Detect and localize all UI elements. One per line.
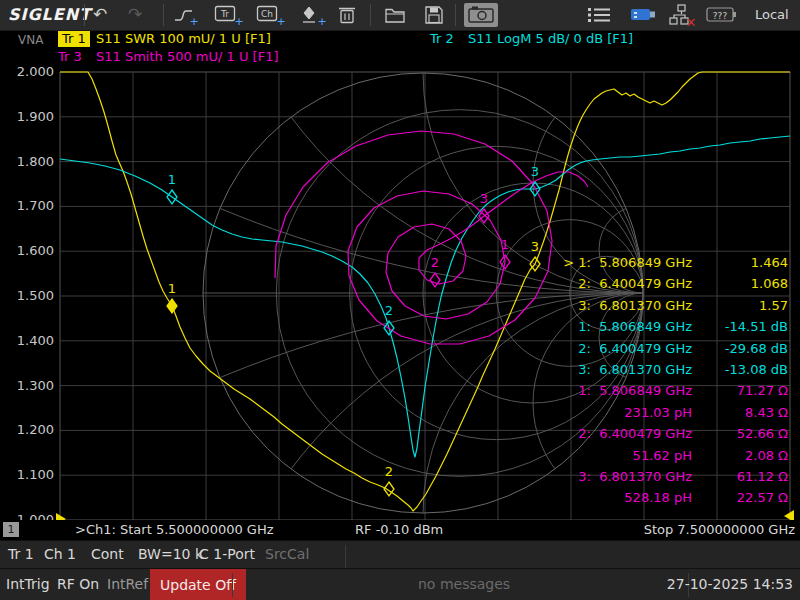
trace-tr3	[275, 131, 588, 344]
y-tick-label: 1.500	[0, 288, 54, 303]
status-separator	[345, 545, 346, 569]
trace-markers: 123123123	[167, 164, 540, 496]
y-tick-label: 2.000	[0, 64, 54, 79]
sweep-start-label[interactable]: >Ch1: Start 5.500000000 GHz	[75, 522, 274, 537]
status-bandwidth[interactable]: BW=10 k	[138, 546, 203, 562]
status-separator	[232, 573, 233, 597]
marker-table-row: 528.18 pH22.57 Ω	[560, 487, 788, 508]
marker-table-value: 2.08 Ω	[692, 445, 788, 466]
marker-table-row: 3: 6.801370 GHz1.57	[560, 295, 788, 316]
y-tick-label: 1.100	[0, 467, 54, 482]
marker-table-freq: > 1: 5.806849 GHz	[560, 252, 692, 273]
marker-table-freq: 231.03 pH	[560, 402, 692, 423]
rf-power-label: RF -0.10 dBm	[355, 522, 443, 537]
marker-table-freq: 1: 5.806849 GHz	[560, 380, 692, 401]
message-area: no messages	[418, 576, 510, 592]
marker-number-label: 3	[531, 239, 539, 254]
status-channel[interactable]: Ch 1	[44, 546, 76, 562]
marker-table-row: 2: 6.400479 GHz1.068	[560, 273, 788, 294]
marker-table-value: 71.27 Ω	[692, 380, 788, 401]
status-trace[interactable]: Tr 1	[8, 546, 34, 562]
status-bar-measure: Tr 1 Ch 1 Cont BW=10 k C 1-Port SrcCal	[0, 540, 800, 569]
y-tick-label: 1.800	[0, 154, 54, 169]
marker-table-row: 3: 6.801370 GHz61.12 Ω	[560, 466, 788, 487]
marker-table-freq: 1: 5.806849 GHz	[560, 316, 692, 337]
marker-table-row: 51.62 pH2.08 Ω	[560, 445, 788, 466]
y-tick-label: 1.200	[0, 422, 54, 437]
marker-readout-table: > 1: 5.806849 GHz1.4642: 6.400479 GHz1.0…	[560, 252, 788, 509]
marker-table-row: 2: 6.400479 GHz52.66 Ω	[560, 423, 788, 444]
tr1-format-label[interactable]: S11 SWR 100 mU/ 1 U [F1]	[96, 31, 271, 46]
tr2-badge[interactable]: Tr 2	[430, 31, 454, 46]
tr2-format-label[interactable]: S11 LogM 5 dB/ 0 dB [F1]	[468, 31, 633, 46]
marker-table-row: 231.03 pH8.43 Ω	[560, 402, 788, 423]
status-trigger[interactable]: IntTrig	[6, 576, 50, 592]
marker-table-row: 1: 5.806849 GHz-14.51 dB	[560, 316, 788, 337]
marker-number-label: 2	[431, 255, 439, 270]
status-rf[interactable]: RF On	[57, 576, 99, 592]
trace-header-row2: Tr 3 S11 Smith 500 mU/ 1 U [F1]	[0, 49, 800, 67]
tr3-format-label[interactable]: S11 Smith 500 mU/ 1 U [F1]	[96, 49, 279, 64]
marker-table-freq: 51.62 pH	[560, 445, 692, 466]
y-tick-label: 1.900	[0, 109, 54, 124]
y-tick-label: 1.700	[0, 198, 54, 213]
status-bar-system: IntTrig RF On IntRef Update Off no messa…	[0, 568, 800, 600]
marker-table-value: 8.43 Ω	[692, 402, 788, 423]
sweep-stop-label: Stop 7.500000000 GHz	[644, 522, 795, 537]
marker-number-label: 3	[480, 191, 488, 206]
marker-table-freq: 528.18 pH	[560, 487, 692, 508]
marker-number-label: 1	[168, 281, 176, 296]
marker-table-value: 61.12 Ω	[692, 466, 788, 487]
marker-table-freq: 3: 6.801370 GHz	[560, 295, 692, 316]
marker-table-value: -14.51 dB	[692, 316, 788, 337]
y-tick-label: 1.400	[0, 333, 54, 348]
marker-table-row: 2: 6.400479 GHz-29.68 dB	[560, 338, 788, 359]
marker-tr2-1[interactable]: 1	[167, 172, 177, 204]
x-axis-row: 1 >Ch1: Start 5.500000000 GHz RF -0.10 d…	[0, 520, 800, 540]
trace-header-row1: Tr 1 S11 SWR 100 mU/ 1 U [F1] Tr 2 S11 L…	[0, 31, 800, 49]
marker-number-label: 1	[168, 172, 176, 187]
marker-number-label: 1	[501, 237, 509, 252]
datetime-label: 27-10-2025 14:53	[667, 576, 793, 592]
marker-table-freq: 3: 6.801370 GHz	[560, 466, 692, 487]
marker-number-label: 2	[385, 464, 393, 479]
marker-table-value: 1.57	[692, 295, 788, 316]
marker-table-value: 1.464	[692, 252, 788, 273]
marker-number-label: 3	[531, 164, 539, 179]
marker-table-value: -13.08 dB	[692, 359, 788, 380]
y-tick-label: 1.300	[0, 378, 54, 393]
marker-table-row: 3: 6.801370 GHz-13.08 dB	[560, 359, 788, 380]
status-cont[interactable]: Cont	[91, 546, 124, 562]
marker-table-freq: 2: 6.400479 GHz	[560, 273, 692, 294]
marker-table-freq: 2: 6.400479 GHz	[560, 338, 692, 359]
marker-table-freq: 3: 6.801370 GHz	[560, 359, 692, 380]
marker-table-row: > 1: 5.806849 GHz1.464	[560, 252, 788, 273]
tr1-badge[interactable]: Tr 1	[58, 31, 90, 47]
status-ref[interactable]: IntRef	[107, 576, 148, 592]
vna-screen: SIGLENT ↶ ↷ + Tr + Ch +	[0, 0, 800, 600]
marker-table-value: 1.068	[692, 273, 788, 294]
status-cal[interactable]: C 1-Port	[199, 546, 255, 562]
marker-table-freq: 2: 6.400479 GHz	[560, 423, 692, 444]
marker-tr2-2[interactable]: 2	[384, 303, 394, 335]
marker-diamond-icon	[430, 273, 440, 287]
marker-table-value: 52.66 Ω	[692, 423, 788, 444]
status-srccal[interactable]: SrcCal	[265, 546, 309, 562]
marker-table-value: -29.68 dB	[692, 338, 788, 359]
marker-number-label: 2	[385, 303, 393, 318]
y-tick-label: 1.600	[0, 243, 54, 258]
tr3-badge[interactable]: Tr 3	[58, 49, 82, 64]
marker-table-row: 1: 5.806849 GHz71.27 Ω	[560, 380, 788, 401]
marker-tr1-1[interactable]: 1	[167, 281, 177, 313]
channel-badge[interactable]: 1	[3, 522, 19, 537]
marker-table-value: 22.57 Ω	[692, 487, 788, 508]
